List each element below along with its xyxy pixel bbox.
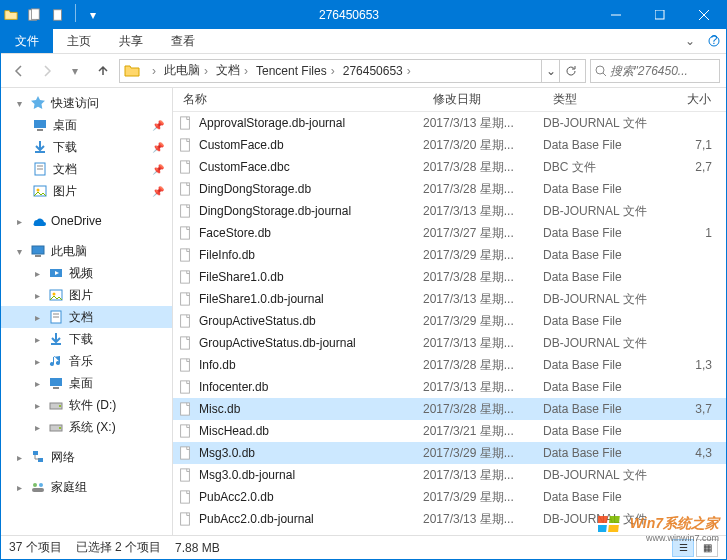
chevron-right-icon[interactable]: ▸ [31, 356, 43, 367]
status-bar: 37 个项目 已选择 2 个项目 7.88 MB ☰ ▦ [1, 535, 726, 559]
chevron-right-icon[interactable]: ▸ [31, 378, 43, 389]
nav-pc-item[interactable]: ▸系统 (X:) [1, 416, 172, 438]
file-row[interactable]: FileInfo.db2017/3/29 星期...Data Base File [173, 244, 726, 266]
svg-rect-45 [181, 249, 190, 261]
nav-up-button[interactable] [91, 59, 115, 83]
chevron-right-icon[interactable]: ▸ [31, 400, 43, 411]
nav-pc-item[interactable]: ▸音乐 [1, 350, 172, 372]
nav-forward-button[interactable] [35, 59, 59, 83]
file-row[interactable]: PubAcc2.0.db-journal2017/3/13 星期...DB-JO… [173, 508, 726, 530]
file-list[interactable]: ApprovalStorage.db-journal2017/3/13 星期..… [173, 112, 726, 535]
nav-pc-item[interactable]: ▸视频 [1, 262, 172, 284]
file-date: 2017/3/13 星期... [423, 291, 543, 308]
view-icons-button[interactable]: ▦ [696, 539, 718, 557]
nav-pc-item[interactable]: ▸文档 [1, 306, 172, 328]
file-row[interactable]: Msg3.0.db2017/3/29 星期...Data Base File4,… [173, 442, 726, 464]
view-details-button[interactable]: ☰ [672, 539, 694, 557]
nav-recent-button[interactable]: ▾ [63, 59, 87, 83]
file-row[interactable]: FileShare1.0.db-journal2017/3/13 星期...DB… [173, 288, 726, 310]
breadcrumb-item[interactable]: 此电脑› [162, 62, 214, 79]
file-type: DB-JOURNAL 文件 [543, 467, 673, 484]
file-row[interactable]: ApprovalStorage.db-journal2017/3/13 星期..… [173, 112, 726, 134]
file-row[interactable]: DingDongStorage.db-journal2017/3/13 星期..… [173, 200, 726, 222]
column-name[interactable]: 名称 [173, 91, 423, 108]
search-input[interactable] [610, 64, 715, 78]
chevron-right-icon[interactable]: ▸ [13, 482, 25, 493]
close-button[interactable] [682, 1, 726, 29]
chevron-down-icon[interactable]: ▾ [13, 246, 25, 257]
file-date: 2017/3/29 星期... [423, 247, 543, 264]
address-bar[interactable]: › 此电脑›文档›Tencent Files›276450653› ⌄ [119, 59, 586, 83]
nav-this-pc[interactable]: ▾ 此电脑 [1, 240, 172, 262]
navigation-pane[interactable]: ▾ 快速访问 桌面📌下载📌文档📌图片📌 ▸ OneDrive ▾ 此电脑 ▸视频… [1, 88, 173, 535]
file-row[interactable]: CustomFace.db2017/3/20 星期...Data Base Fi… [173, 134, 726, 156]
file-row[interactable]: Msg3.0.db-journal2017/3/13 星期...DB-JOURN… [173, 464, 726, 486]
file-row[interactable]: Misc.db2017/3/28 星期...Data Base File3,7 [173, 398, 726, 420]
address-dropdown-button[interactable]: ⌄ [541, 60, 559, 82]
breadcrumb-item[interactable]: 文档› [214, 62, 254, 79]
nav-pc-item[interactable]: ▸下载 [1, 328, 172, 350]
file-row[interactable]: DingDongStorage.db2017/3/28 星期...Data Ba… [173, 178, 726, 200]
nav-quick-item[interactable]: 下载📌 [1, 136, 172, 158]
file-row[interactable]: MiscHead.db2017/3/21 星期...Data Base File [173, 420, 726, 442]
qat-new-button[interactable] [47, 4, 69, 26]
search-box[interactable] [590, 59, 720, 83]
file-row[interactable]: CustomFace.dbc2017/3/28 星期...DBC 文件2,7 [173, 156, 726, 178]
svg-rect-4 [655, 10, 664, 19]
chevron-right-icon[interactable]: ▸ [31, 312, 43, 323]
column-size[interactable]: 大小 [673, 91, 726, 108]
chevron-right-icon[interactable]: ▸ [31, 334, 43, 345]
nav-item-label: 下载 [53, 139, 77, 156]
ribbon-expand-button[interactable]: ⌄ [678, 29, 702, 53]
breadcrumb-item[interactable]: 276450653› [341, 62, 417, 79]
file-icon [177, 401, 193, 417]
chevron-down-icon[interactable]: ▾ [13, 98, 25, 109]
ribbon-tab[interactable]: 主页 [53, 29, 105, 53]
nav-quick-access[interactable]: ▾ 快速访问 [1, 92, 172, 114]
file-row[interactable]: FaceStore.db2017/3/27 星期...Data Base Fil… [173, 222, 726, 244]
file-size: 4,3 [673, 446, 726, 460]
column-modified[interactable]: 修改日期 [423, 91, 543, 108]
column-type[interactable]: 类型 [543, 91, 673, 108]
qat-properties-button[interactable] [23, 4, 45, 26]
breadcrumb-item[interactable]: Tencent Files› [254, 62, 341, 79]
chevron-right-icon[interactable]: ▸ [31, 422, 43, 433]
qat-customize-button[interactable]: ▾ [82, 4, 104, 26]
file-row[interactable]: Info.db2017/3/28 星期...Data Base File1,3 [173, 354, 726, 376]
refresh-button[interactable] [559, 60, 581, 82]
maximize-button[interactable] [638, 1, 682, 29]
svg-rect-44 [181, 227, 190, 239]
nav-pc-item[interactable]: ▸图片 [1, 284, 172, 306]
breadcrumb-separator[interactable]: › [146, 64, 162, 78]
chevron-right-icon[interactable]: ▸ [13, 216, 25, 227]
nav-pc-item[interactable]: ▸软件 (D:) [1, 394, 172, 416]
nav-quick-item[interactable]: 桌面📌 [1, 114, 172, 136]
nav-back-button[interactable] [7, 59, 31, 83]
minimize-button[interactable] [594, 1, 638, 29]
chevron-right-icon[interactable]: ▸ [31, 268, 43, 279]
file-row[interactable]: PubAcc2.0.db2017/3/29 星期...Data Base Fil… [173, 486, 726, 508]
chevron-right-icon[interactable]: ▸ [31, 290, 43, 301]
ribbon-help-button[interactable]: ? [702, 29, 726, 53]
file-row[interactable]: GroupActiveStatus.db-journal2017/3/13 星期… [173, 332, 726, 354]
ribbon-tab[interactable]: 查看 [157, 29, 209, 53]
file-date: 2017/3/13 星期... [423, 511, 543, 528]
nav-quick-item[interactable]: 图片📌 [1, 180, 172, 202]
ribbon-tab[interactable]: 共享 [105, 29, 157, 53]
nav-item-label: 音乐 [69, 353, 93, 370]
file-icon [177, 269, 193, 285]
nav-homegroup[interactable]: ▸ 家庭组 [1, 476, 172, 498]
nav-pc-item[interactable]: ▸桌面 [1, 372, 172, 394]
file-row[interactable]: GroupActiveStatus.db2017/3/29 星期...Data … [173, 310, 726, 332]
file-icon [177, 489, 193, 505]
ribbon-file-tab[interactable]: 文件 [1, 29, 53, 53]
chevron-right-icon[interactable]: ▸ [13, 452, 25, 463]
nav-onedrive[interactable]: ▸ OneDrive [1, 210, 172, 232]
file-row[interactable]: Infocenter.db2017/3/13 星期...Data Base Fi… [173, 376, 726, 398]
file-type: DBC 文件 [543, 159, 673, 176]
nav-item-label: 桌面 [69, 375, 93, 392]
file-row[interactable]: FileShare1.0.db2017/3/28 星期...Data Base … [173, 266, 726, 288]
svg-rect-50 [181, 359, 190, 371]
nav-quick-item[interactable]: 文档📌 [1, 158, 172, 180]
nav-network[interactable]: ▸ 网络 [1, 446, 172, 468]
